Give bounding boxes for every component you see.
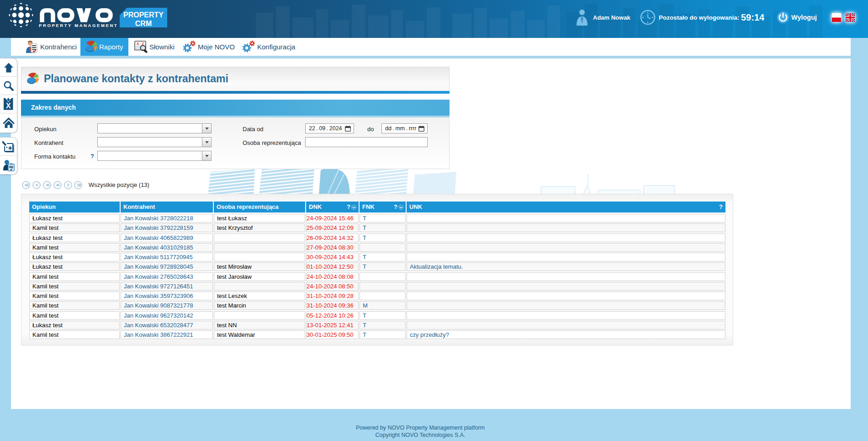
svg-text:X: X [6, 102, 11, 110]
svg-text:PROPERTY MANAGEMENT: PROPERTY MANAGEMENT [39, 23, 118, 28]
